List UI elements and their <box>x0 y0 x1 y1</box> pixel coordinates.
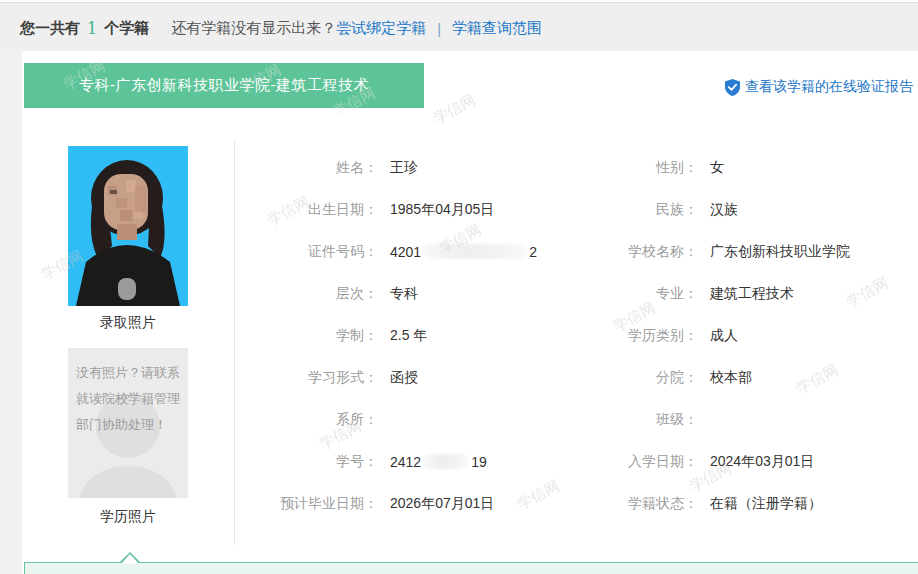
field-row-student-number: 学号： 241219 <box>240 441 570 483</box>
missing-record-question: 还有学籍没有显示出来？ <box>171 19 336 38</box>
tab-title: 专科-广东创新科技职业学院-建筑工程技术 <box>79 76 369 95</box>
verify-report-link[interactable]: 查看该学籍的在线验证报告 <box>725 78 913 96</box>
field-row-department: 系所： <box>240 399 570 441</box>
bottom-callout-panel <box>24 562 918 574</box>
verify-report-label: 查看该学籍的在线验证报告 <box>745 78 913 96</box>
shield-check-icon <box>725 79 740 96</box>
admission-photo-caption: 录取照片 <box>68 314 188 332</box>
left-gutter <box>0 51 22 574</box>
bind-record-link[interactable]: 尝试绑定学籍 <box>336 19 426 38</box>
no-photo-notice: 没有照片？请联系就读院校学籍管理部门协助处理！ <box>76 360 180 438</box>
field-row-id-number: 证件号码： 42012 <box>240 231 570 273</box>
field-row-enrollment-status: 学籍状态： 在籍（注册学籍） <box>560 483 915 525</box>
field-row-duration: 学制： 2.5 年 <box>240 315 570 357</box>
topbar: 您一共有 1 个学籍 还有学籍没有显示出来？ 尝试绑定学籍 | 学籍查询范围 <box>20 17 542 39</box>
records-count-prefix: 您一共有 <box>20 19 80 38</box>
field-row-study-form: 学习形式： 函授 <box>240 357 570 399</box>
field-row-branch: 分院： 校本部 <box>560 357 915 399</box>
watermark: 学信网 <box>430 91 479 129</box>
query-scope-link[interactable]: 学籍查询范围 <box>452 19 542 38</box>
redaction-blur <box>423 244 527 259</box>
field-row-expected-graduation: 预计毕业日期： 2026年07月01日 <box>240 483 570 525</box>
field-row-school-name: 学校名称： 广东创新科技职业学院 <box>560 231 915 273</box>
field-row-education-type: 学历类别： 成人 <box>560 315 915 357</box>
records-count: 1 <box>87 19 97 38</box>
link-separator: | <box>437 20 441 37</box>
field-row-gender: 性别： 女 <box>560 147 915 189</box>
redaction-blur <box>423 454 469 469</box>
field-row-enrollment-date: 入学日期： 2024年03月01日 <box>560 441 915 483</box>
records-count-suffix: 个学籍 <box>104 19 149 38</box>
fields-left-column: 姓名： 王珍 出生日期： 1985年04月05日 证件号码： 42012 层次：… <box>240 147 570 525</box>
admission-photo-image <box>68 146 188 306</box>
field-row-birthdate: 出生日期： 1985年04月05日 <box>240 189 570 231</box>
tab-enrollment-record[interactable]: 专科-广东创新科技职业学院-建筑工程技术 <box>24 63 424 108</box>
field-row-class: 班级： <box>560 399 915 441</box>
degree-photo-placeholder: 没有照片？请联系就读院校学籍管理部门协助处理！ <box>68 348 188 498</box>
degree-photo-caption: 学历照片 <box>68 508 188 526</box>
student-record-page: 您一共有 1 个学籍 还有学籍没有显示出来？ 尝试绑定学籍 | 学籍查询范围 专… <box>0 0 918 574</box>
vertical-divider <box>234 140 235 545</box>
field-row-ethnicity: 民族： 汉族 <box>560 189 915 231</box>
admission-photo <box>68 146 188 306</box>
fields-right-column: 性别： 女 民族： 汉族 学校名称： 广东创新科技职业学院 专业： 建筑工程技术… <box>560 147 915 525</box>
field-row-name: 姓名： 王珍 <box>240 147 570 189</box>
field-row-level: 层次： 专科 <box>240 273 570 315</box>
field-row-major: 专业： 建筑工程技术 <box>560 273 915 315</box>
